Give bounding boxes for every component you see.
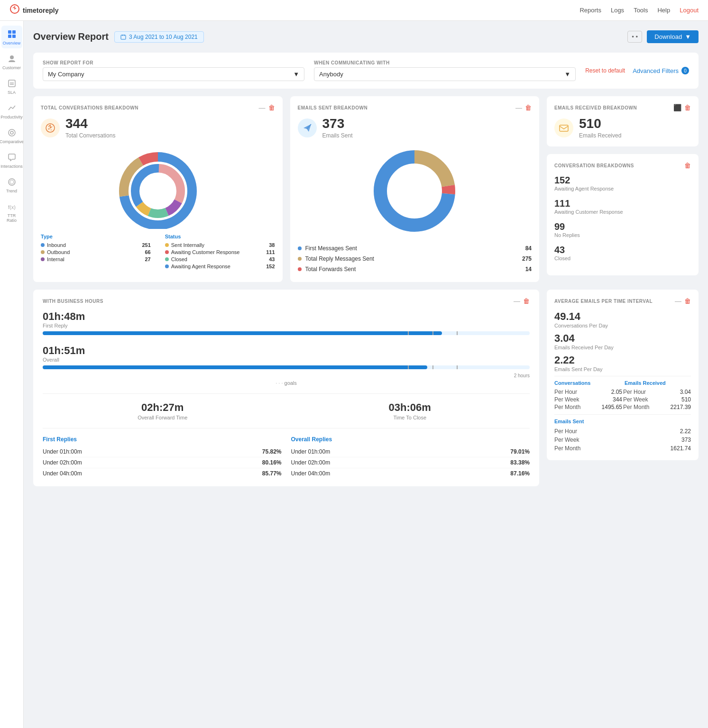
filters-row: SHOW REPORT FOR My Company ▼ WHEN COMMUN… bbox=[33, 53, 699, 89]
sent-per-week-row: Per Week 373 bbox=[554, 436, 691, 444]
date-range-text: 3 Aug 2021 to 10 Aug 2021 bbox=[129, 34, 198, 40]
nav-tools[interactable]: Tools bbox=[634, 7, 648, 14]
bar-hours-label: 2 hours bbox=[43, 373, 530, 378]
nav-reports[interactable]: Reports bbox=[579, 7, 601, 14]
sidebar-item-productivity[interactable]: Productivity bbox=[1, 100, 22, 122]
business-hours-title: WITH BUSINESS HOURS bbox=[43, 299, 103, 304]
sidebar-item-trend[interactable]: Trend bbox=[1, 173, 22, 196]
svg-rect-13 bbox=[121, 35, 126, 39]
sidebar-item-ttr-ratio[interactable]: f(x) TTR Ratio bbox=[1, 198, 22, 226]
sidebar-label-trend: Trend bbox=[6, 189, 17, 193]
avg-emails-minimize[interactable]: — bbox=[675, 297, 681, 305]
download-button[interactable]: Download ▼ bbox=[647, 30, 699, 43]
svg-point-17 bbox=[48, 128, 50, 130]
overview-icon bbox=[6, 28, 18, 40]
internal-dot bbox=[41, 257, 45, 261]
dots-button[interactable]: • • bbox=[627, 31, 642, 43]
emails-received-icon bbox=[554, 118, 573, 137]
first-messages-row: First Messages Sent 84 bbox=[298, 243, 532, 254]
first-replies-table: First Replies Under 01h:00m 75.82% Under… bbox=[43, 436, 282, 479]
logo-text: timetoreply bbox=[23, 7, 58, 14]
sidebar-item-comparative[interactable]: Comparative bbox=[1, 124, 22, 147]
cards-row: TOTAL CONVERSATIONS BREAKDOWN — 🗑 344 To… bbox=[33, 96, 699, 282]
show-report-filter: SHOW REPORT FOR My Company ▼ bbox=[43, 60, 304, 81]
svg-point-18 bbox=[50, 129, 52, 131]
total-conversations-card: TOTAL CONVERSATIONS BREAKDOWN — 🗑 344 To… bbox=[33, 96, 283, 282]
emails-sent-minimize[interactable]: — bbox=[515, 104, 522, 111]
emails-sent-donut bbox=[298, 144, 532, 238]
sidebar-item-interactions[interactable]: Interactions bbox=[1, 149, 22, 172]
nav-help[interactable]: Help bbox=[657, 7, 670, 14]
awaiting-customer-breakdown: 111 Awaiting Customer Response bbox=[554, 198, 691, 215]
show-report-select[interactable]: My Company ▼ bbox=[43, 67, 304, 81]
emails-sent-delete[interactable]: 🗑 bbox=[525, 104, 532, 111]
emails-received-delete[interactable]: 🗑 bbox=[684, 104, 691, 111]
overall-bar-fill bbox=[43, 365, 427, 369]
total-reply-row: Total Reply Messages Sent 275 bbox=[298, 254, 532, 264]
closed-breakdown: 43 Closed bbox=[554, 245, 691, 261]
emails-sent-title: EMAILS SENT BREAKDOWN bbox=[298, 105, 368, 110]
sidebar-label-sla: SLA bbox=[8, 90, 16, 95]
reply-messages-dot bbox=[298, 257, 302, 261]
overall-goal-marker-1 bbox=[408, 365, 409, 369]
reply-tables: First Replies Under 01h:00m 75.82% Under… bbox=[43, 428, 530, 479]
sidebar-item-sla[interactable]: SLA bbox=[1, 75, 22, 98]
logo-icon bbox=[9, 4, 20, 17]
avg-emails-delete[interactable]: 🗑 bbox=[684, 297, 691, 305]
emails-sent-number: 373 bbox=[322, 117, 353, 130]
svg-rect-1 bbox=[8, 30, 11, 34]
sidebar-label-customer: Customer bbox=[2, 65, 21, 70]
conv-breakdowns-delete[interactable]: 🗑 bbox=[684, 162, 691, 169]
total-conv-label: Total Conversations bbox=[65, 132, 115, 139]
sidebar-label-productivity: Productivity bbox=[0, 115, 23, 119]
trend-icon bbox=[6, 176, 18, 188]
sent-internally-dot bbox=[165, 243, 169, 247]
business-hours-card: WITH BUSINESS HOURS — 🗑 01h:48m First Re… bbox=[33, 290, 539, 486]
date-range-badge[interactable]: 3 Aug 2021 to 10 Aug 2021 bbox=[114, 31, 204, 43]
goal-marker-2 bbox=[432, 331, 433, 335]
business-hours-minimize[interactable]: — bbox=[514, 297, 520, 305]
total-conv-delete[interactable]: 🗑 bbox=[268, 104, 275, 111]
conversations-icon bbox=[41, 118, 60, 137]
goals-label: · · · goals bbox=[43, 380, 530, 386]
legend-closed: Closed 43 bbox=[165, 256, 275, 262]
svg-point-9 bbox=[9, 129, 15, 136]
first-messages-dot bbox=[298, 246, 302, 250]
outbound-dot bbox=[41, 250, 45, 254]
emails-received-label: Emails Received bbox=[579, 132, 621, 139]
emails-received-expand[interactable]: ⬛ bbox=[673, 104, 681, 111]
legend-awaiting-customer: Awaiting Customer Response 111 bbox=[165, 249, 275, 255]
total-conv-minimize[interactable]: — bbox=[259, 104, 266, 111]
avg-emails-title: AVERAGE EMAILS PER TIME INTERVAL bbox=[554, 299, 653, 304]
advanced-filters-button[interactable]: Advanced Filters 0 bbox=[633, 67, 689, 74]
emails-received-col-header: Emails Received bbox=[625, 380, 691, 386]
sidebar-item-customer[interactable]: Customer bbox=[1, 50, 22, 73]
first-reply-bar-fill bbox=[43, 331, 442, 335]
awaiting-agent-breakdown: 152 Awaiting Agent Response bbox=[554, 175, 691, 191]
conversations-donut bbox=[41, 144, 275, 229]
no-replies-breakdown: 99 No Replies bbox=[554, 221, 691, 238]
svg-point-10 bbox=[10, 131, 13, 134]
sidebar-item-overview[interactable]: Overview bbox=[1, 26, 22, 48]
sla-icon bbox=[6, 78, 18, 89]
first-reply-row-1: Under 01h:00m 75.82% bbox=[43, 446, 282, 457]
sidebar: Overview Customer SLA Productivity Compa… bbox=[0, 21, 24, 728]
first-reply-section: 01h:48m First Reply bbox=[43, 310, 530, 335]
first-reply-row-3: Under 04h:00m 85.77% bbox=[43, 468, 282, 479]
communicating-select[interactable]: Anybody ▼ bbox=[314, 67, 576, 81]
overall-goal-marker-2 bbox=[432, 365, 433, 369]
total-forwards-row: Total Forwards Sent 14 bbox=[298, 264, 532, 274]
closed-dot bbox=[165, 257, 169, 261]
nav-logout[interactable]: Logout bbox=[680, 7, 699, 14]
reset-to-default-link[interactable]: Reset to default bbox=[585, 67, 625, 74]
conversations-col-header: Conversations bbox=[554, 380, 621, 386]
sidebar-label-overview: Overview bbox=[3, 41, 21, 46]
overall-section: 01h:51m Overall bbox=[43, 345, 530, 369]
sidebar-label-comparative: Comparative bbox=[0, 139, 24, 144]
conv-breakdowns-title: CONVERSATION BREAKDOWNS bbox=[554, 163, 634, 168]
business-hours-delete[interactable]: 🗑 bbox=[523, 297, 530, 305]
nav-logs[interactable]: Logs bbox=[611, 7, 624, 14]
sent-per-month-row: Per Month 1621.74 bbox=[554, 444, 691, 453]
comparative-icon bbox=[6, 127, 18, 138]
legend-inbound: Inbound 251 bbox=[41, 242, 151, 248]
